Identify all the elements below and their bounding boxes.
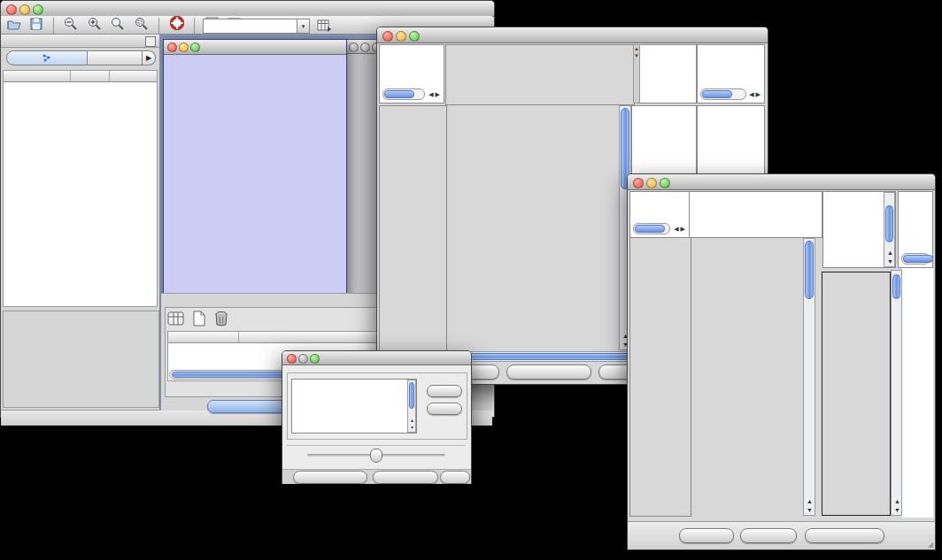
minimize-button[interactable] [19,4,30,15]
done-button[interactable] [440,471,470,484]
tv1-status-scrollbar[interactable] [382,88,425,100]
minimize-button[interactable] [298,354,308,364]
network-overview-canvas[interactable] [3,311,159,408]
tab-vizmapper[interactable] [88,50,143,65]
tv2-column-dendrogram-area[interactable] [690,191,822,238]
tv1-heatmap-canvas[interactable] [445,105,619,350]
import-table-icon[interactable] [317,18,332,36]
dialog-titlebar[interactable] [282,351,471,365]
open-session-icon[interactable] [7,17,21,35]
tv1-column-labels [640,44,697,104]
network1-titlebar[interactable] [164,40,346,55]
tv2-collabel-vscrollbar[interactable]: ▲ ▼ [884,192,895,267]
animation-speed-slider-thumb[interactable] [370,449,382,463]
tv2-vscrollbar[interactable]: ▲ ▼ [803,238,815,516]
create-vizmap-button[interactable] [373,471,438,484]
tv2-gene-vscrollbar[interactable]: ▲ ▼ [891,270,902,516]
zoom-selected-icon[interactable] [135,17,149,35]
zoom-in-icon[interactable] [88,17,102,35]
float-panel-icon[interactable] [145,36,156,47]
map-colors-dialog: ▲ ▼ [282,350,472,484]
tv2-export-graphics-button[interactable] [805,528,884,543]
tv1-usage-hints-panel: ◀▶ [697,44,765,104]
minimize-button[interactable] [646,178,657,188]
tv2-settings-button[interactable] [679,528,734,543]
tv1-status-scroll-arrows-icon[interactable]: ◀▶ [429,91,442,98]
tab-overflow-arrow-icon[interactable]: ▶ [143,50,156,65]
tv2-hints-scrollbar[interactable] [901,253,930,265]
tv1-usage-hints-title [698,45,764,47]
treeview1-titlebar[interactable] [377,27,768,43]
tv2-gene-panel [902,268,933,518]
tv2-usage-hints-title [899,192,932,194]
tv1-view-status-title [380,45,444,47]
treeview2-titlebar[interactable] [628,174,935,190]
zoom-button[interactable] [190,42,200,52]
control-panel-title [1,40,4,49]
zoom-out-icon[interactable] [64,17,78,35]
tv2-status-scroll-arrows-icon[interactable]: ◀▶ [674,226,687,233]
search-dropdown-arrow-icon[interactable]: ▾ [297,19,310,34]
animate-vizmap-button[interactable] [293,471,367,484]
minimize-button[interactable] [360,42,370,52]
tv2-usage-hints-panel [898,191,933,268]
treeview2-window: ◀▶ ▲ ▼ ▲ ▼ ▲ ▼ ◢ [627,173,936,550]
tv2-heatmap-canvas[interactable] [690,238,803,516]
close-button[interactable] [287,354,297,364]
network-table [3,70,158,307]
tv2-status-scrollbar[interactable] [633,223,670,234]
attribute-list: ▲ ▼ [291,379,417,433]
attribute-list-vscrollbar[interactable]: ▲ ▼ [407,380,416,433]
resize-grip-icon[interactable]: ◢ [928,541,933,548]
tv1-splitter-arrows-icon[interactable]: ▲▼ [633,44,640,104]
close-button[interactable] [167,42,177,52]
network-view-window-1 [163,39,347,333]
tv1-row-dendrogram-canvas[interactable] [379,105,447,352]
desktop: { "main_window": { "title": "Cytoscape D… [0,0,942,560]
main-titlebar[interactable] [1,1,494,17]
tv1-hints-scroll-arrows-icon[interactable]: ◀▶ [749,91,762,98]
network-table-header [4,71,157,82]
move-up-button[interactable] [427,385,462,397]
minimize-button[interactable] [179,42,189,52]
zoom-button[interactable] [409,31,420,42]
search-input[interactable] [203,19,298,34]
tab-network[interactable] [6,50,88,65]
minimize-button[interactable] [396,31,406,42]
attribute-table-icon[interactable] [167,311,185,330]
zoom-button[interactable] [310,354,320,364]
data-col-id[interactable] [168,332,239,343]
tv1-export-graphics-button[interactable] [506,364,591,380]
tv2-row-dendrogram-canvas[interactable] [629,238,691,517]
tv2-view-status-title [630,192,689,194]
save-session-icon[interactable] [30,17,42,35]
zoom-button[interactable] [660,178,670,188]
new-attribute-icon[interactable] [192,311,206,330]
tv1-column-dendrogram-canvas[interactable] [445,44,635,105]
tv2-zoom-panel-canvas[interactable] [822,272,891,516]
move-down-button[interactable] [427,403,462,415]
close-button[interactable] [6,4,17,15]
zoom-fit-icon[interactable] [111,17,125,35]
help-icon[interactable] [170,16,184,35]
tv1-correlation-matrix[interactable] [645,110,690,155]
tv2-button-bar: ◢ [628,521,935,549]
close-button[interactable] [633,178,644,188]
network-view-1-canvas[interactable] [164,54,344,330]
tv1-view-status-panel: ◀▶ [379,44,444,104]
control-panel: ▶ [1,35,160,410]
tv2-view-status-panel: ◀▶ [629,191,690,238]
delete-attribute-icon[interactable] [214,311,228,330]
tv2-column-labels: ▲ ▼ [822,191,896,268]
tv1-hints-scrollbar[interactable] [700,88,746,100]
close-button[interactable] [382,31,393,42]
close-button[interactable] [349,42,359,52]
zoom-button[interactable] [33,4,43,15]
tv2-save-data-button[interactable] [740,528,797,543]
